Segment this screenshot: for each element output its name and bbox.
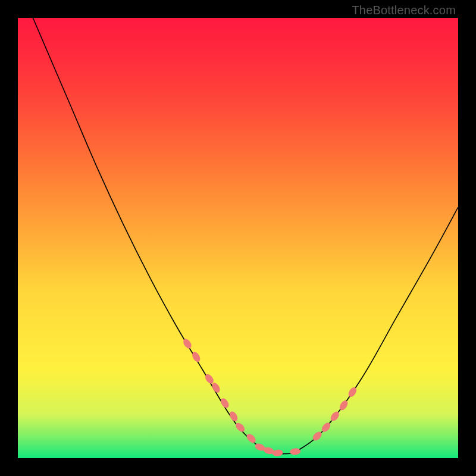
chart-frame: [18, 18, 458, 458]
gradient-background: [18, 18, 458, 458]
chart-svg: [18, 18, 458, 458]
watermark-text: TheBottleneck.com: [352, 4, 456, 17]
